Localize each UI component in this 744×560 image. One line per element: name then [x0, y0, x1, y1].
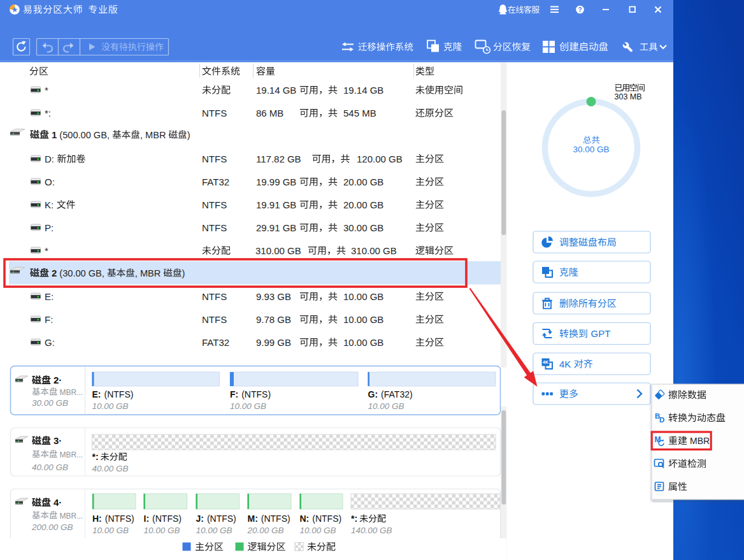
svg-text:N:: N: [300, 513, 310, 524]
svg-text:*:: *: [45, 108, 51, 118]
svg-text:4K: 4K [543, 360, 548, 364]
svg-text:30.00 GB: 30.00 GB [573, 145, 609, 154]
svg-text:9.99 GB: 9.99 GB [256, 337, 291, 348]
svg-text:86 MB: 86 MB [256, 108, 283, 118]
svg-text:3·: 3· [54, 435, 62, 446]
svg-text:): ) [187, 130, 190, 140]
svg-text:H:: H: [92, 513, 102, 524]
svg-text:E:: E: [45, 291, 54, 302]
svg-text:MBR: MBR [690, 436, 710, 446]
svg-text:10.00 GB: 10.00 GB [368, 401, 404, 411]
svg-text:120.00 GB: 120.00 GB [357, 154, 403, 164]
svg-text:*:: *: [351, 513, 357, 524]
svg-text:(500.00 GB,: (500.00 GB, [59, 130, 110, 140]
svg-text:10.00 GB: 10.00 GB [230, 401, 266, 411]
svg-text:19.14 GB: 19.14 GB [343, 85, 383, 96]
svg-text:(NTFS): (NTFS) [261, 513, 290, 524]
svg-text:10.00 GB: 10.00 GB [92, 526, 129, 535]
svg-text:O:: O: [45, 176, 55, 187]
svg-text:NTFS: NTFS [202, 291, 227, 302]
svg-text:4K: 4K [559, 359, 571, 370]
svg-text:F:: F: [45, 314, 53, 325]
svg-text:*: * [45, 245, 48, 256]
svg-text:200.00 GB: 200.00 GB [31, 522, 73, 532]
svg-text:K:: K: [45, 199, 54, 210]
svg-text:310.00 GB: 310.00 GB [351, 245, 397, 256]
svg-text:, MBR: , MBR [140, 130, 166, 140]
svg-text:140.00 GB: 140.00 GB [351, 526, 392, 535]
svg-text:40.00 GB: 40.00 GB [92, 464, 129, 473]
svg-text:1: 1 [52, 129, 57, 140]
svg-text:117.82 GB: 117.82 GB [256, 154, 301, 164]
svg-text:(NTFS): (NTFS) [207, 513, 236, 524]
svg-text:NTFS: NTFS [202, 222, 227, 233]
svg-text:19.14 GB: 19.14 GB [256, 85, 296, 96]
svg-text:E:: E: [92, 389, 101, 399]
svg-text:NTFS: NTFS [202, 154, 227, 164]
svg-text:MBR...: MBR... [60, 388, 83, 397]
svg-text:MBR...: MBR... [60, 450, 83, 459]
svg-text:40.00 GB: 40.00 GB [32, 463, 68, 472]
svg-text:?: ? [578, 6, 582, 13]
svg-text:P:: P: [45, 222, 54, 233]
svg-text:303 MB: 303 MB [615, 92, 642, 101]
svg-text:30.00 GB: 30.00 GB [32, 398, 68, 408]
svg-text:NTFS: NTFS [202, 314, 227, 325]
svg-text:NTFS: NTFS [202, 199, 227, 210]
svg-text:19.91 GB: 19.91 GB [256, 199, 296, 210]
svg-text:(NTFS): (NTFS) [312, 513, 341, 524]
svg-text:D:: D: [45, 154, 54, 164]
svg-text:19.99 GB: 19.99 GB [256, 176, 296, 187]
svg-text:FAT32: FAT32 [202, 337, 229, 348]
svg-text:): ) [182, 268, 185, 278]
svg-text:2: 2 [52, 268, 57, 278]
svg-text:GPT: GPT [591, 328, 611, 339]
svg-text:4·: 4· [54, 497, 62, 508]
svg-text:G:: G: [45, 337, 55, 348]
svg-text:(NTFS): (NTFS) [105, 513, 134, 524]
svg-text:FAT32: FAT32 [202, 176, 229, 187]
svg-text:545 MB: 545 MB [343, 108, 376, 118]
svg-text:MBR...: MBR... [60, 512, 83, 521]
svg-text:30.00 GB: 30.00 GB [343, 222, 383, 233]
svg-text:9.78 GB: 9.78 GB [256, 314, 291, 325]
svg-text:20.00 GB: 20.00 GB [343, 199, 383, 210]
svg-text:310.00 GB: 310.00 GB [255, 245, 301, 256]
svg-text:29.91 GB: 29.91 GB [256, 222, 296, 233]
svg-text:20.00 GB: 20.00 GB [343, 176, 383, 187]
svg-text:10.00 GB: 10.00 GB [343, 337, 383, 348]
svg-text:(NTFS): (NTFS) [152, 513, 182, 524]
svg-text:9.93 GB: 9.93 GB [256, 291, 291, 302]
svg-text:20.00 GB: 20.00 GB [247, 526, 284, 535]
svg-text:(30.00 GB,: (30.00 GB, [59, 268, 104, 278]
svg-text:, MBR: , MBR [135, 268, 161, 278]
svg-text:2·: 2· [54, 375, 62, 385]
svg-text:NTFS: NTFS [202, 108, 227, 118]
svg-text:10.00 GB: 10.00 GB [196, 526, 232, 535]
svg-text:10.00 GB: 10.00 GB [144, 526, 180, 535]
svg-text:I:: I: [144, 513, 150, 524]
svg-text:J:: J: [196, 513, 204, 524]
svg-text:10.00 GB: 10.00 GB [300, 526, 336, 535]
svg-text:10.00 GB: 10.00 GB [92, 401, 129, 411]
svg-text:M:: M: [248, 513, 258, 524]
svg-text:M: M [655, 435, 661, 444]
svg-text:10.00 GB: 10.00 GB [343, 291, 383, 302]
svg-text:(NTFS): (NTFS) [104, 389, 134, 399]
svg-text:*: * [45, 85, 48, 96]
svg-text:10.00 GB: 10.00 GB [343, 314, 383, 325]
svg-text:(NTFS): (NTFS) [241, 389, 271, 399]
svg-text:*:: *: [92, 452, 99, 462]
svg-text:D: D [659, 416, 664, 424]
svg-text:F:: F: [230, 389, 238, 399]
svg-text:(FAT32): (FAT32) [381, 389, 413, 399]
svg-text:G:: G: [368, 389, 378, 399]
